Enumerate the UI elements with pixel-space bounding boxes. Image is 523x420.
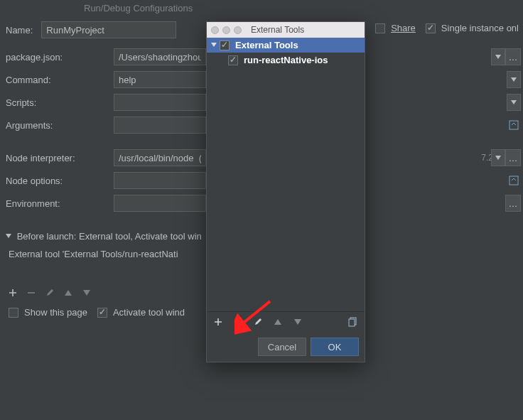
svg-marker-9	[211, 43, 217, 47]
share-label: Share	[391, 23, 416, 33]
package-json-browse[interactable]: …	[505, 48, 521, 65]
node-options-expand-icon[interactable]	[507, 172, 521, 189]
move-down-icon[interactable]	[292, 316, 303, 328]
svg-marker-4	[495, 156, 501, 160]
checkbox-icon	[375, 23, 385, 33]
move-up-icon[interactable]	[63, 287, 74, 298]
checkbox-icon	[97, 308, 107, 318]
window-title: Run/Debug Configurations	[0, 0, 523, 19]
node-options-input[interactable]	[114, 172, 206, 189]
svg-marker-11	[294, 319, 301, 325]
svg-rect-3	[509, 121, 518, 129]
external-tools-dialog: External Tools External Tools run-reactN…	[206, 21, 365, 362]
dialog-title: External Tools	[251, 25, 304, 35]
environment-label: Environment:	[6, 198, 105, 209]
cancel-button[interactable]: Cancel	[258, 338, 306, 356]
scripts-label: Scripts:	[6, 97, 105, 108]
svg-marker-6	[6, 234, 11, 238]
scripts-input[interactable]	[114, 94, 206, 111]
svg-marker-8	[83, 290, 90, 296]
dialog-titlebar[interactable]: External Tools	[207, 22, 365, 38]
tree-root-label: External Tools	[235, 40, 298, 50]
copy-icon[interactable]	[347, 316, 359, 328]
remove-icon[interactable]	[26, 287, 37, 298]
svg-marker-1	[511, 77, 517, 82]
tree-root[interactable]: External Tools	[207, 38, 365, 53]
node-interpreter-browse[interactable]: …	[505, 149, 521, 166]
collapse-icon	[6, 231, 11, 242]
node-interpreter-label: Node interpreter:	[6, 153, 105, 163]
environment-input[interactable]	[114, 195, 206, 212]
scripts-dropdown[interactable]	[507, 94, 521, 111]
package-json-dropdown[interactable]	[491, 48, 505, 65]
name-input[interactable]	[41, 21, 176, 38]
environment-browse[interactable]: …	[505, 195, 521, 212]
remove-icon[interactable]	[232, 316, 244, 328]
edit-icon[interactable]	[252, 316, 264, 328]
before-launch-title: Before launch: External tool, Activate t…	[17, 231, 202, 242]
checkbox-icon	[426, 23, 436, 33]
svg-marker-7	[65, 290, 72, 296]
edit-icon[interactable]	[44, 287, 55, 298]
node-options-label: Node options:	[6, 176, 105, 186]
arguments-label: Arguments:	[6, 120, 105, 131]
command-input[interactable]	[114, 71, 206, 88]
zoom-icon[interactable]	[234, 26, 242, 34]
activate-tool-window-checkbox[interactable]: Activate tool wind	[97, 307, 185, 318]
node-interpreter-input[interactable]	[114, 149, 206, 166]
add-icon[interactable]	[212, 316, 224, 328]
name-label: Name:	[6, 25, 33, 36]
move-down-icon[interactable]	[81, 287, 92, 298]
minimize-icon[interactable]	[222, 26, 230, 34]
package-json-label: package.json:	[6, 52, 105, 63]
svg-marker-2	[511, 100, 517, 104]
checkbox-icon	[9, 308, 18, 318]
expand-icon	[211, 40, 217, 50]
svg-marker-0	[495, 55, 501, 59]
single-instance-checkbox[interactable]: Single instance onl	[426, 23, 519, 33]
checkbox-icon[interactable]	[228, 55, 238, 65]
svg-marker-10	[274, 319, 281, 325]
tree-item[interactable]: run-reactNative-ios	[207, 53, 365, 68]
package-json-input[interactable]	[114, 48, 206, 65]
svg-rect-13	[349, 319, 355, 326]
svg-rect-5	[509, 176, 518, 185]
ok-button[interactable]: OK	[311, 338, 359, 356]
activate-tool-window-label: Activate tool wind	[113, 307, 185, 318]
tree-item-label: run-reactNative-ios	[244, 55, 328, 65]
add-icon[interactable]	[7, 287, 18, 298]
command-label: Command:	[6, 75, 105, 85]
node-interpreter-dropdown[interactable]	[491, 149, 505, 166]
checkbox-icon[interactable]	[220, 41, 230, 50]
arguments-input[interactable]	[114, 117, 206, 134]
move-up-icon[interactable]	[272, 316, 284, 328]
arguments-expand-icon[interactable]	[507, 117, 521, 134]
single-instance-label: Single instance onl	[441, 23, 519, 33]
close-icon[interactable]	[211, 26, 219, 34]
show-this-page-label: Show this page	[24, 307, 87, 318]
show-this-page-checkbox[interactable]: Show this page	[9, 307, 87, 318]
command-dropdown[interactable]	[507, 71, 521, 88]
share-checkbox[interactable]: Share	[375, 23, 416, 33]
